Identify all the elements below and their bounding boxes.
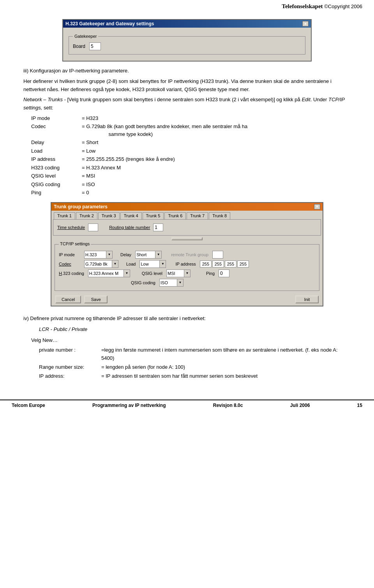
time-schedule-input[interactable] <box>88 224 98 231</box>
codec-combo[interactable]: ▼ <box>84 260 118 268</box>
tab-trunk4[interactable]: Trunk 4 <box>120 212 142 219</box>
load-input[interactable] <box>140 262 159 266</box>
load-label: Load <box>126 262 136 266</box>
qsiglevel-input[interactable] <box>167 271 184 276</box>
qsigcoding-dropdown-btn[interactable]: ▼ <box>177 279 183 286</box>
ipmode-dropdown-btn[interactable]: ▼ <box>106 251 112 258</box>
section-iv-heading: iv) Definere privat numrene og tilhørend… <box>23 314 351 323</box>
def-range-value: = lengden på serien (for node A: 100) <box>101 363 351 371</box>
instr-qsigcoding-value: = ISO <box>82 181 351 188</box>
page-footer: Telcom Europe Programmering av IP nettve… <box>0 400 374 410</box>
tcpip-section: TCP/IP settings IP mode ▼ Delay ▼ remote… <box>55 244 319 291</box>
trunk-close-button[interactable]: × <box>314 204 320 209</box>
time-schedule-label: Time schedule <box>57 225 85 230</box>
tab-trunk7[interactable]: Trunk 7 <box>187 212 208 219</box>
qsiglevel-combo[interactable]: ▼ <box>166 269 191 277</box>
ipaddr-label: IP address <box>175 262 196 266</box>
ipmode-combo[interactable]: ▼ <box>84 251 113 259</box>
settings-table: IP mode = H323 Codec = G.729ab 8k (kan g… <box>31 114 351 197</box>
section-iii: iii) Konfigurasjon av IP-nettverking par… <box>23 67 351 197</box>
instr-row-load: Load = Low <box>31 147 351 155</box>
board-label: Board <box>73 44 85 49</box>
instr-load-label: Load <box>31 147 82 155</box>
delay-dropdown-btn[interactable]: ▼ <box>155 251 161 258</box>
ip-octet1[interactable] <box>200 261 212 268</box>
gatekeeper-dialog-title-text: H.323 Gatekeeper and Gateway settings <box>65 21 154 26</box>
copyright: ©Copyright 2006 <box>324 4 362 9</box>
footer-revision: Revisjon 8.0c <box>213 403 243 408</box>
ip-address-inputs <box>200 261 249 268</box>
codec-input[interactable] <box>85 262 112 266</box>
delay-input[interactable] <box>136 252 155 257</box>
brand-name: Telefonselskapet <box>282 3 323 9</box>
delay-label: Delay <box>120 252 131 257</box>
tab-trunk5[interactable]: Trunk 5 <box>143 212 164 219</box>
ip-octet2[interactable] <box>212 261 224 268</box>
ip-octet4[interactable] <box>237 261 249 268</box>
routing-table-input[interactable] <box>153 224 163 231</box>
instr-row-ipaddr: IP address = 255.255.255.255 (trenges ik… <box>31 155 351 163</box>
instr-codec-value: = G.729ab 8k (kan godt benyttes andre ko… <box>82 123 351 138</box>
h323coding-combo[interactable]: ▼ <box>88 269 130 277</box>
network-trunks-intro: Network – Trunks - [Velg trunk gruppen s… <box>23 96 351 112</box>
instr-row-codec: Codec = G.729ab 8k (kan godt benyttes an… <box>31 123 351 138</box>
instr-qsigcoding-label: QSIG coding <box>31 181 82 188</box>
qsigcoding-label: QSIG coding <box>131 280 155 285</box>
gatekeeper-close-button[interactable]: × <box>302 21 309 26</box>
def-table: private number : =legg inn første nummer… <box>39 346 351 380</box>
board-row: Board <box>73 42 301 50</box>
trunk-tabs: Trunk 1 Trunk 2 Trunk 3 Trunk 4 Trunk 5 … <box>51 211 323 219</box>
def-row-ipaddr: IP address: = IP adressen til sentralen … <box>39 372 351 380</box>
ping-input[interactable] <box>219 269 229 277</box>
tab-trunk8[interactable]: Trunk 8 <box>209 212 230 219</box>
trunk-title-text: Trunk group parameters <box>54 204 108 209</box>
delay-combo[interactable]: ▼ <box>135 251 162 259</box>
h323coding-dropdown-btn[interactable]: ▼ <box>123 270 130 277</box>
time-schedule-row: Time schedule Routing table number <box>57 224 317 231</box>
page-content: H.323 Gatekeeper and Gateway settings × … <box>0 11 374 392</box>
load-dropdown-btn[interactable]: ▼ <box>159 261 166 268</box>
instr-ipaddr-label: IP address <box>31 155 82 163</box>
instr-row-qsiglevel: QSIG level = MSI <box>31 172 351 180</box>
tab-trunk2[interactable]: Trunk 2 <box>76 212 97 219</box>
tcpip-row3: H.323 coding ▼ QSIG level ▼ Ping <box>59 269 315 277</box>
tcpip-wrapper: TCP/IP settings IP mode ▼ Delay ▼ remote… <box>53 244 321 291</box>
instr-row-ipmode: IP mode = H323 <box>31 114 351 122</box>
velg-new: Velg New… <box>31 336 351 345</box>
load-combo[interactable]: ▼ <box>139 260 166 268</box>
expand-button[interactable] <box>171 237 203 240</box>
def-private-number-value: =legg inn første nummeret i intern numme… <box>101 346 351 363</box>
qsiglevel-label: QSIG level <box>142 271 162 276</box>
tcpip-row2: Codec ▼ Load ▼ IP address <box>59 260 315 268</box>
instr-row-h323coding: H323 coding = H.323 Annex M <box>31 164 351 172</box>
codec-dropdown-btn[interactable]: ▼ <box>112 261 118 268</box>
trunk-dialog-title: Trunk group parameters × <box>51 203 323 211</box>
init-button[interactable]: Init <box>295 296 319 303</box>
def-range-label: Range number size: <box>39 363 101 371</box>
dialog-button-row: Cancel Save Init <box>51 293 323 306</box>
save-button[interactable]: Save <box>84 296 108 303</box>
instr-ping-label: Ping <box>31 189 82 197</box>
gatekeeper-legend: Gatekeeper <box>73 34 98 39</box>
gatekeeper-dialog-title: H.323 Gatekeeper and Gateway settings × <box>63 20 311 28</box>
qsigcoding-combo[interactable]: ▼ <box>159 279 183 287</box>
tab-trunk6[interactable]: Trunk 6 <box>164 212 186 219</box>
cancel-button[interactable]: Cancel <box>55 296 81 303</box>
tab-trunk1[interactable]: Trunk 1 <box>54 212 75 219</box>
instr-row-qsigcoding: QSIG coding = ISO <box>31 181 351 188</box>
h323coding-label: H.323 coding <box>59 271 84 276</box>
h323coding-input[interactable] <box>88 271 123 276</box>
board-input[interactable] <box>89 42 101 50</box>
tab-trunk3[interactable]: Trunk 3 <box>98 212 120 219</box>
remote-trunk-input[interactable] <box>212 251 223 259</box>
instr-delay-value: = Short <box>82 139 351 146</box>
network-trunks-label: Network – Trunks - <box>23 97 66 102</box>
ip-octet3[interactable] <box>225 261 236 268</box>
qsiglevel-dropdown-btn[interactable]: ▼ <box>184 270 190 277</box>
def-ipaddr-label: IP address: <box>39 372 101 380</box>
ipmode-input[interactable] <box>85 252 106 257</box>
gatekeeper-dialog-body: Gatekeeper Board <box>63 28 311 61</box>
qsigcoding-input[interactable] <box>160 280 177 285</box>
trunk-tab-content: Time schedule Routing table number <box>53 219 321 236</box>
instr-qsiglevel-value: = MSI <box>82 172 351 180</box>
